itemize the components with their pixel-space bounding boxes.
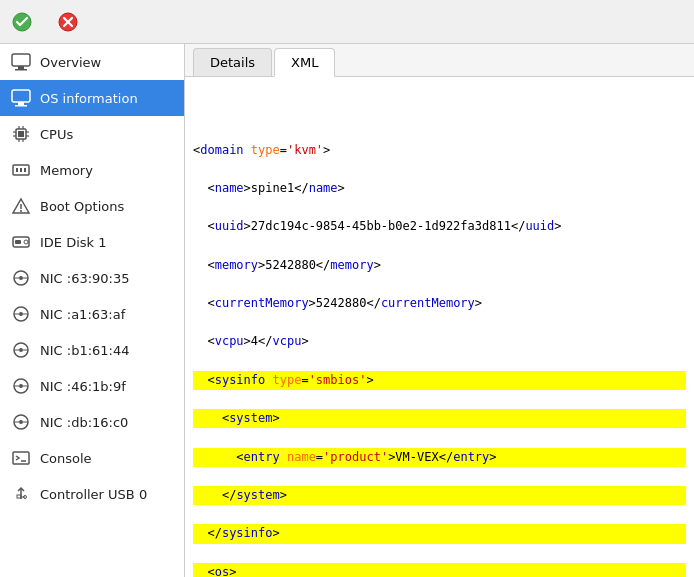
sidebar-item-label: Controller USB 0	[40, 487, 147, 502]
cancel-installation-button[interactable]	[58, 12, 84, 32]
svg-rect-6	[15, 69, 27, 71]
svg-point-43	[19, 384, 23, 388]
svg-point-26	[20, 210, 22, 212]
content-area: DetailsXML <domain type='kvm'> <name>spi…	[185, 44, 694, 577]
nic-icon	[10, 411, 32, 433]
disk-icon	[10, 231, 32, 253]
toolbar	[0, 0, 694, 44]
svg-rect-8	[18, 102, 24, 105]
svg-rect-23	[24, 168, 26, 172]
cancel-icon	[58, 12, 78, 32]
sidebar-item-label: OS information	[40, 91, 138, 106]
sidebar-item-label: NIC :63:90:35	[40, 271, 130, 286]
sidebar-item-memory[interactable]: Memory	[0, 152, 184, 188]
sidebar-item-console[interactable]: Console	[0, 440, 184, 476]
tab-details[interactable]: Details	[193, 48, 272, 76]
svg-rect-22	[20, 168, 22, 172]
check-icon	[12, 12, 32, 32]
svg-rect-5	[18, 66, 24, 69]
sidebar-item-label: IDE Disk 1	[40, 235, 107, 250]
xml-line: <domain type='kvm'>	[193, 141, 686, 160]
nic-icon	[10, 375, 32, 397]
xml-line: <currentMemory>5242880</currentMemory>	[193, 294, 686, 313]
sidebar-item-label: NIC :a1:63:af	[40, 307, 125, 322]
svg-point-39	[19, 348, 23, 352]
sidebar-item-label: Boot Options	[40, 199, 124, 214]
xml-line: <uuid>27dc194c-9854-45bb-b0e2-1d922fa3d8…	[193, 217, 686, 236]
sidebar-item-label: Overview	[40, 55, 101, 70]
sidebar: OverviewOS informationCPUsMemoryBoot Opt…	[0, 44, 185, 577]
sidebar-item-os-information[interactable]: OS information	[0, 80, 184, 116]
xml-line: <memory>5242880</memory>	[193, 256, 686, 275]
sidebar-item-nic1[interactable]: NIC :63:90:35	[0, 260, 184, 296]
xml-line: <name>spine1</name>	[193, 179, 686, 198]
sidebar-item-nic4[interactable]: NIC :46:1b:9f	[0, 368, 184, 404]
nic-icon	[10, 339, 32, 361]
xml-line: <entry name='product'>VM-VEX</entry>	[193, 448, 686, 467]
sidebar-item-label: Console	[40, 451, 92, 466]
sidebar-item-label: Memory	[40, 163, 93, 178]
xml-line: </system>	[193, 486, 686, 505]
sidebar-item-label: NIC :db:16:c0	[40, 415, 128, 430]
memory-icon	[10, 159, 32, 181]
xml-content[interactable]: <domain type='kvm'> <name>spine1</name> …	[185, 77, 694, 577]
sidebar-item-overview[interactable]: Overview	[0, 44, 184, 80]
xml-line: <sysinfo type='smbios'>	[193, 371, 686, 390]
tab-xml[interactable]: XML	[274, 48, 335, 77]
usb-icon	[10, 483, 32, 505]
svg-rect-50	[13, 452, 29, 464]
sidebar-item-label: CPUs	[40, 127, 73, 142]
svg-rect-9	[15, 105, 27, 107]
sidebar-item-controller-usb[interactable]: Controller USB 0	[0, 476, 184, 512]
xml-line: <system>	[193, 409, 686, 428]
main-layout: OverviewOS informationCPUsMemoryBoot Opt…	[0, 44, 694, 577]
svg-rect-21	[16, 168, 18, 172]
tabs: DetailsXML	[185, 44, 694, 77]
sidebar-item-nic2[interactable]: NIC :a1:63:af	[0, 296, 184, 332]
os-icon	[10, 87, 32, 109]
cpu-icon	[10, 123, 32, 145]
console-icon	[10, 447, 32, 469]
nic-icon	[10, 303, 32, 325]
svg-point-35	[19, 312, 23, 316]
sidebar-item-cpus[interactable]: CPUs	[0, 116, 184, 152]
monitor-icon	[10, 51, 32, 73]
xml-line: <vcpu>4</vcpu>	[193, 332, 686, 351]
svg-rect-7	[12, 90, 30, 102]
svg-rect-11	[18, 131, 24, 137]
sidebar-item-nic5[interactable]: NIC :db:16:c0	[0, 404, 184, 440]
xml-line: </sysinfo>	[193, 524, 686, 543]
svg-point-31	[19, 276, 23, 280]
sidebar-item-boot-options[interactable]: Boot Options	[0, 188, 184, 224]
nic-icon	[10, 267, 32, 289]
xml-line: <os>	[193, 563, 686, 577]
boot-icon	[10, 195, 32, 217]
svg-point-28	[24, 240, 28, 244]
sidebar-item-label: NIC :46:1b:9f	[40, 379, 126, 394]
sidebar-item-nic3[interactable]: NIC :b1:61:44	[0, 332, 184, 368]
begin-installation-button[interactable]	[12, 12, 38, 32]
sidebar-item-label: NIC :b1:61:44	[40, 343, 130, 358]
svg-rect-29	[15, 240, 21, 244]
svg-point-47	[19, 420, 23, 424]
svg-rect-4	[12, 54, 30, 66]
sidebar-item-ide-disk[interactable]: IDE Disk 1	[0, 224, 184, 260]
